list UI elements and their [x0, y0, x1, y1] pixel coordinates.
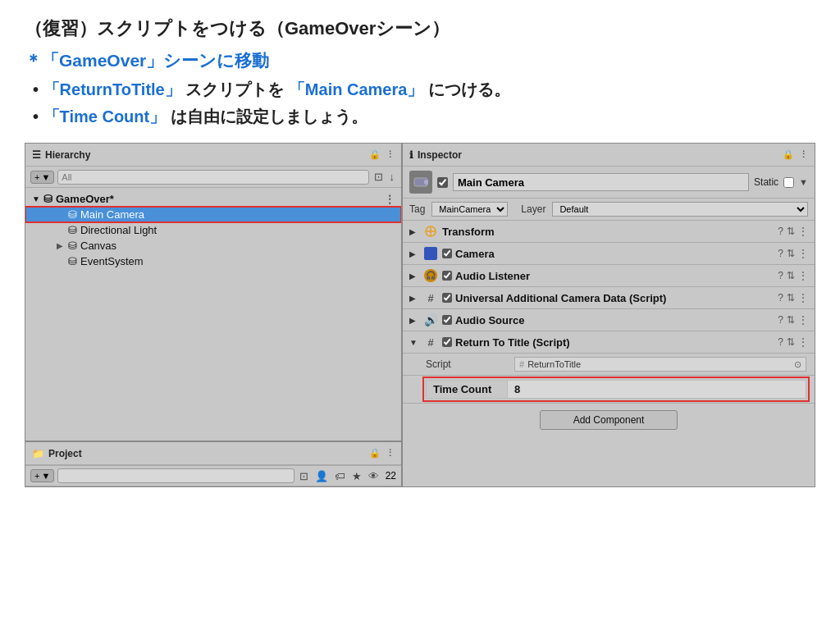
hierarchy-sort-icon[interactable]: ↓	[388, 171, 397, 183]
audio-source-help-icon[interactable]: ?	[778, 314, 783, 326]
instruction-area: （復習）スクリプトをつける（GameOverシーン） ＊「GameOver」シー…	[25, 16, 815, 128]
return-title-label: Return To Title (Script)	[455, 336, 774, 349]
arrow-icon: ▼	[41, 172, 50, 182]
gameover-icon: ⛁	[43, 193, 52, 205]
component-row-audio-source: ▶ 🔊 Audio Source ? ⇅ ⋮	[403, 309, 815, 331]
project-arrow-icon: ▼	[41, 471, 50, 481]
hierarchy-item-eventsystem[interactable]: ⛁ EventSystem	[25, 253, 401, 269]
universal-kebab-icon[interactable]: ⋮	[798, 292, 808, 304]
static-checkbox[interactable]	[783, 177, 794, 188]
main-camera-icon: ⛁	[68, 208, 77, 221]
component-row-audio-listener: ▶ 🎧 Audio Listener ? ⇅ ⋮	[403, 265, 815, 287]
transform-arrow-icon[interactable]: ▶	[409, 227, 421, 236]
camera-arrow-icon[interactable]: ▶	[409, 249, 421, 258]
universal-hash-icon: #	[424, 291, 437, 304]
bullet-line-2: • 「Time Count」 は自由に設定しましょう。	[25, 106, 815, 128]
camera-settings-icon[interactable]: ⇅	[787, 248, 795, 259]
layer-dropdown[interactable]: Default	[552, 202, 808, 217]
cv-label: Canvas	[80, 240, 116, 252]
bullet2-highlight: 「Time Count」	[43, 107, 167, 126]
bullet-line-1: • 「ReturnToTitle」 スクリプトを 「Main Camera」 に…	[25, 79, 815, 101]
audio-source-settings-icon[interactable]: ⇅	[787, 314, 795, 326]
inspector-content: Static ▼ Tag MainCamera Layer Default	[403, 167, 815, 486]
project-search-input[interactable]	[57, 468, 294, 483]
universal-help-icon[interactable]: ?	[778, 292, 783, 304]
project-people-icon[interactable]: 👤	[313, 470, 330, 482]
hierarchy-refresh-icon[interactable]: ⊡	[372, 171, 385, 183]
hierarchy-item-canvas[interactable]: ▶ ⛁ Canvas	[25, 238, 401, 253]
tag-dropdown[interactable]: MainCamera	[431, 202, 508, 217]
object-name-field[interactable]	[453, 173, 749, 191]
cv-icon: ⛁	[68, 240, 77, 252]
audio-source-label: Audio Source	[455, 314, 774, 326]
audio-source-arrow-icon[interactable]: ▶	[409, 316, 421, 325]
return-title-arrow-icon[interactable]: ▼	[409, 338, 421, 347]
audio-listener-help-icon[interactable]: ?	[778, 270, 783, 281]
inspector-panel: ℹ Inspector 🔒 ⋮ Static	[403, 144, 815, 486]
universal-settings-icon[interactable]: ⇅	[787, 292, 795, 304]
audio-listener-checkbox[interactable]	[442, 271, 452, 281]
inspector-icon: ℹ	[409, 149, 413, 161]
project-add-button[interactable]: + ▼	[30, 469, 54, 482]
camera-checkbox[interactable]	[442, 249, 452, 258]
audio-source-kebab-icon[interactable]: ⋮	[798, 314, 808, 326]
universal-checkbox[interactable]	[442, 293, 452, 303]
time-count-value[interactable]: 8	[508, 380, 806, 399]
hierarchy-content: ▼ ⛁ GameOver* ⋮ ⛁ Main Camera	[25, 188, 401, 441]
return-title-kebab-icon[interactable]: ⋮	[798, 336, 808, 348]
script-field-value: # ReturnToTitle ⊙	[514, 357, 806, 372]
hierarchy-menu-icon: ⋮	[386, 149, 395, 160]
project-header: 📁 Project 🔒 ⋮	[25, 442, 401, 465]
return-title-help-icon[interactable]: ?	[778, 336, 783, 348]
camera-kebab-icon[interactable]: ⋮	[798, 248, 808, 259]
svg-rect-1	[424, 180, 428, 185]
transform-kebab-icon[interactable]: ⋮	[798, 226, 808, 237]
hierarchy-toolbar: + ▼ ⊡ ↓	[25, 167, 401, 188]
project-lock-icon: 🔒	[369, 448, 381, 459]
return-title-hash-icon: #	[424, 336, 437, 349]
static-label: Static	[754, 176, 778, 188]
unity-editor: ☰ Hierarchy 🔒 ⋮ + ▼ ⊡ ↓ ▼	[25, 143, 815, 487]
hierarchy-item-directional-light[interactable]: ⛁ Directional Light	[25, 222, 401, 238]
camera-help-icon[interactable]: ?	[778, 248, 783, 259]
transform-settings-icon[interactable]: ⇅	[787, 226, 795, 237]
object-active-checkbox[interactable]	[437, 177, 448, 188]
inspector-lock-icon: 🔒	[783, 149, 794, 160]
tag-label: Tag	[409, 203, 425, 215]
time-count-label: Time Count	[426, 380, 508, 399]
main-camera-label: Main Camera	[80, 208, 144, 221]
script-field-label: Script	[426, 358, 508, 370]
return-title-checkbox[interactable]	[442, 337, 452, 347]
hierarchy-add-button[interactable]: + ▼	[30, 171, 54, 184]
project-refresh-icon[interactable]: ⊡	[298, 470, 310, 482]
project-eye-icon[interactable]: 👁	[367, 470, 381, 482]
return-title-settings-icon[interactable]: ⇅	[787, 336, 795, 348]
component-row-universal: ▶ # Universal Additional Camera Data (Sc…	[403, 287, 815, 309]
transform-help-icon[interactable]: ?	[778, 226, 783, 237]
add-component-row: Add Component	[403, 404, 815, 436]
transform-icon	[424, 225, 437, 238]
title-line: （復習）スクリプトをつける（GameOverシーン）	[25, 16, 815, 41]
audio-listener-icon: 🎧	[424, 269, 437, 282]
hierarchy-search-input[interactable]	[57, 170, 368, 185]
component-row-transform: ▶ Transform ? ⇅ ⋮	[403, 221, 815, 243]
hierarchy-item-main-camera[interactable]: ⛁ Main Camera	[25, 207, 401, 222]
audio-source-right-icons: ? ⇅ ⋮	[778, 314, 808, 326]
audio-source-checkbox[interactable]	[442, 315, 452, 325]
audio-listener-kebab-icon[interactable]: ⋮	[798, 270, 808, 281]
hierarchy-lock-icon: 🔒	[369, 149, 381, 160]
audio-listener-settings-icon[interactable]: ⇅	[787, 270, 795, 281]
static-dropdown-icon[interactable]: ▼	[799, 177, 808, 187]
universal-arrow-icon[interactable]: ▶	[409, 294, 421, 303]
project-star-icon[interactable]: ★	[350, 470, 363, 482]
project-tag-icon[interactable]: 🏷	[333, 470, 347, 482]
script-edit-icon: ⊙	[794, 359, 801, 370]
time-count-row: Time Count 8	[403, 376, 815, 404]
subtitle-line: ＊「GameOver」シーンに移動	[25, 49, 815, 72]
audio-listener-arrow-icon[interactable]: ▶	[409, 272, 421, 281]
universal-right-icons: ? ⇅ ⋮	[778, 292, 808, 304]
project-count: 22	[386, 470, 396, 482]
dl-icon: ⛁	[68, 224, 77, 236]
add-component-button[interactable]: Add Component	[540, 410, 678, 430]
gameover-scene-row[interactable]: ▼ ⛁ GameOver* ⋮	[25, 191, 401, 207]
